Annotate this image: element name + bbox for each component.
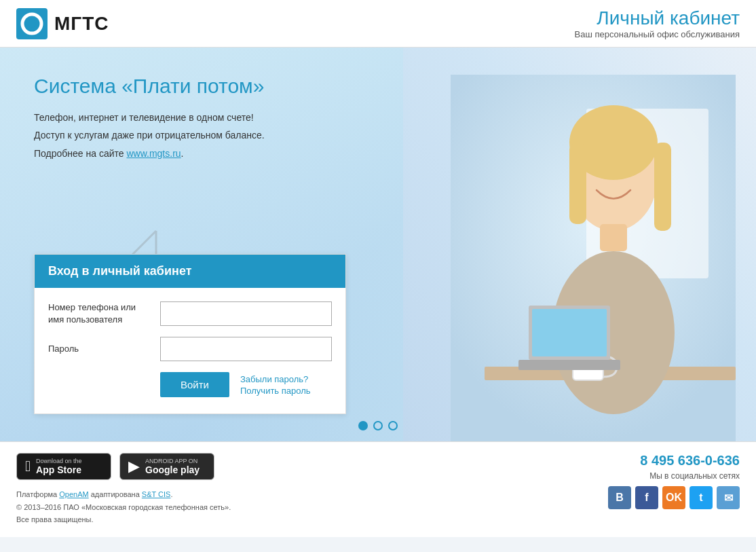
email-icon[interactable]: ✉ [717,486,740,509]
openam-link[interactable]: OpenAM [59,490,88,498]
password-field-row: Пароль [48,337,332,361]
vk-icon[interactable]: В [608,486,631,509]
google-play-button[interactable]: ▶ ANDROID APP ON Google play [119,453,214,480]
carousel-dots [358,421,398,430]
page-subtitle: Ваш персональный офис обслуживания [575,29,740,39]
phone-number: 8 495 636-0-636 [608,453,740,468]
svg-rect-15 [654,143,671,231]
password-input[interactable] [160,337,332,361]
app-store-text: Download on the App Store [36,458,82,475]
person-image [451,75,736,441]
twitter-icon[interactable]: t [689,486,713,509]
forgot-password-link[interactable]: Забыли пароль? [240,374,311,384]
tw-label: t [699,492,702,504]
legal-prefix: Платформа [16,490,59,498]
legal-line1: Платформа OpenAM адаптирована S&T CIS. [16,488,231,501]
get-password-link[interactable]: Получить пароль [240,386,311,396]
form-actions: Войти Забыли пароль? Получить пароль [160,372,332,397]
svg-rect-14 [569,143,586,224]
footer-right: 8 495 636-0-636 Мы в социальных сетях В … [608,453,740,509]
promo-line3-prefix: Подробнее на сайте [34,148,126,159]
fb-label: f [645,492,648,504]
facebook-icon[interactable]: f [635,486,658,509]
android-icon: ▶ [128,458,140,475]
app-buttons:  Download on the App Store ▶ ANDROID AP… [16,453,231,480]
phone-input[interactable] [160,301,332,326]
promo-line1: Телефон, интернет и телевидение в одном … [34,110,387,125]
apple-icon:  [25,458,31,475]
promo-line3: Подробнее на сайте www.mgts.ru. [34,146,387,161]
forgot-links: Забыли пароль? Получить пароль [240,374,311,396]
google-play-text: ANDROID APP ON Google play [145,458,200,475]
login-button[interactable]: Войти [160,372,229,397]
svg-rect-19 [518,360,620,370]
carousel-dot-2[interactable] [373,421,383,430]
app-store-button[interactable]:  Download on the App Store [16,453,111,480]
page-footer:  Download on the App Store ▶ ANDROID AP… [0,441,756,537]
svg-rect-17 [600,224,627,251]
mgts-logo-icon [16,8,48,39]
footer-legal: Платформа OpenAM адаптирована S&T CIS. ©… [16,488,231,526]
legal-line3: Все права защищены. [16,513,231,526]
page-header: МГТС Личный кабинет Ваш персональный офи… [0,0,756,48]
st-cis-link[interactable]: S&T CIS [142,490,171,498]
person-panel [403,48,756,441]
phone-field-row: Номер телефона илиимя пользователя [48,301,332,326]
ok-label: OK [666,492,682,504]
app-store-small: Download on the [36,458,82,464]
promo-panel: Система «Плати потом» Телефон, интернет … [0,48,421,441]
vk-label: В [616,492,624,504]
legal-line2: © 2013–2016 ПАО «Московская городская те… [16,501,231,514]
carousel-dot-3[interactable] [388,421,398,430]
legal-end: . [170,490,172,498]
odnoklassniki-icon[interactable]: OK [662,486,685,509]
google-play-big: Google play [145,464,200,475]
page-title: Личный кабинет [575,7,740,29]
phone-label: Номер телефона илиимя пользователя [48,301,160,326]
svg-point-2 [28,20,36,28]
login-form-header: Вход в личный кабинет [35,255,345,288]
promo-line2: Доступ к услугам даже при отрицательном … [34,128,387,143]
login-form-body: Номер телефона илиимя пользователя Парол… [35,288,345,413]
password-label: Пароль [48,343,160,355]
login-form: Вход в личный кабинет Номер телефона или… [34,254,346,414]
header-right: Личный кабинет Ваш персональный офис обс… [575,7,740,39]
legal-middle: адаптирована [89,490,142,498]
mgts-link[interactable]: www.mgts.ru [126,148,181,159]
social-label: Мы в социальных сетях [608,471,740,481]
footer-left:  Download on the App Store ▶ ANDROID AP… [16,453,231,526]
promo-title: Система «Плати потом» [34,75,387,98]
main-content: Система «Плати потом» Телефон, интернет … [0,48,756,441]
svg-rect-21 [532,309,607,356]
promo-line3-suffix: . [181,148,184,159]
carousel-dot-1[interactable] [358,421,368,430]
social-icons: В f OK t ✉ [608,486,740,509]
logo-text: МГТС [54,13,109,35]
app-store-big: App Store [36,464,82,475]
logo-area: МГТС [16,8,109,39]
email-label: ✉ [724,492,733,504]
google-play-small: ANDROID APP ON [145,458,200,464]
